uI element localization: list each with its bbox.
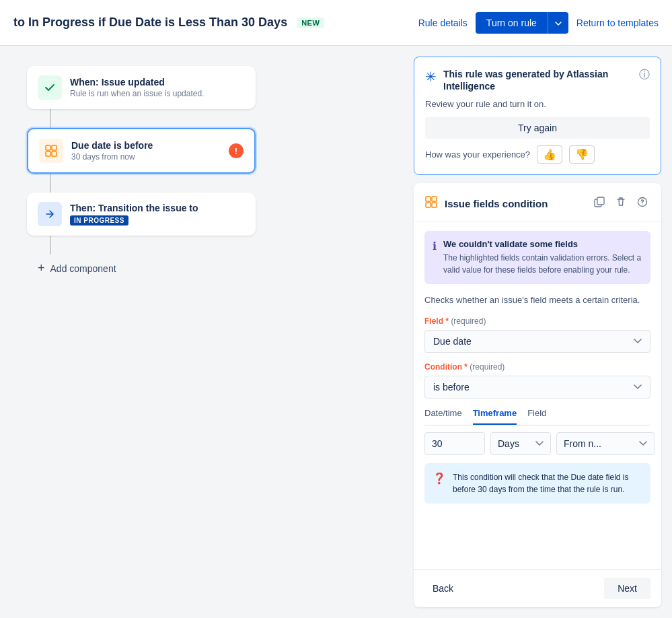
timeframe-from-select[interactable]: From n... From start of day From end of … [556, 432, 655, 455]
validation-error: ℹ We couldn't validate some fields The h… [424, 231, 650, 284]
thumb-up-button[interactable]: 👍 [537, 145, 562, 164]
field-label: Field * (required) [424, 316, 650, 326]
condition-node-text: Due date is before 30 days from now [71, 140, 221, 162]
page-title: to In Progress if Due Date is Less Than … [13, 15, 287, 30]
info-text: This condition will check that the Due d… [453, 471, 642, 495]
condition-header-actions [591, 194, 650, 213]
field-select[interactable]: Due date Created Updated Resolved [424, 330, 650, 353]
validation-content: We couldn't validate some fields The hig… [443, 239, 642, 276]
condition-node-title: Due date is before [71, 140, 221, 151]
svg-point-11 [642, 204, 642, 205]
svg-rect-7 [432, 203, 437, 207]
trigger-node[interactable]: When: Issue updated Rule is run when an … [27, 66, 256, 109]
condition-card: Issue fields condition ℹ [414, 183, 661, 607]
help-button[interactable] [634, 194, 650, 213]
validation-desc: The highlighted fields contain validatio… [443, 252, 642, 276]
condition-select[interactable]: is before is after equals is empty [424, 376, 650, 399]
in-progress-badge: IN PROGRESS [70, 215, 128, 226]
action-node-icon [38, 202, 62, 226]
ai-card-title: This rule was generated by Atlassian Int… [443, 68, 632, 92]
validation-title: We couldn't validate some fields [443, 239, 642, 249]
flow-panel: When: Issue updated Rule is run when an … [0, 46, 403, 618]
back-button[interactable]: Back [424, 578, 461, 599]
warning-badge: ! [229, 143, 244, 158]
trigger-icon [38, 75, 62, 100]
next-button[interactable]: Next [604, 578, 650, 599]
action-node-text: Then: Transition the issue to IN PROGRES… [70, 203, 245, 226]
trigger-subtitle: Rule is run when an issue is updated. [70, 89, 245, 98]
experience-row: How was your experience? 👍 👎 [425, 145, 650, 164]
condition-card-title: Issue fields condition [445, 198, 585, 209]
tab-timeframe[interactable]: Timeframe [473, 408, 517, 425]
validation-warning-icon: ℹ [433, 240, 437, 252]
rule-details-link[interactable]: Rule details [418, 18, 468, 28]
svg-rect-0 [46, 145, 50, 150]
svg-rect-9 [597, 197, 604, 205]
trigger-text: When: Issue updated Rule is run when an … [70, 77, 245, 98]
svg-rect-3 [52, 151, 57, 156]
condition-card-header: Issue fields condition [414, 183, 661, 221]
thumb-down-button[interactable]: 👎 [569, 145, 595, 164]
tab-datetime[interactable]: Date/time [424, 408, 462, 425]
ai-icon: ✳ [425, 69, 437, 85]
ai-card-header: ✳ This rule was generated by Atlassian I… [425, 68, 650, 92]
ai-card-subtitle: Review your rule and turn it on. [425, 99, 650, 109]
info-box: ❓ This condition will check that the Due… [424, 463, 650, 504]
condition-footer: Back Next [414, 569, 661, 607]
right-panel: ✳ This rule was generated by Atlassian I… [403, 46, 672, 618]
action-node-title: Then: Transition the issue to [70, 203, 245, 213]
duplicate-button[interactable] [591, 194, 607, 213]
criteria-description: Checks whether an issue's field meets a … [424, 294, 650, 307]
condition-node-icon [39, 139, 63, 163]
tab-field[interactable]: Field [527, 408, 546, 425]
info-circle-icon: ❓ [433, 472, 446, 485]
condition-header-icon [424, 195, 438, 212]
experience-question: How was your experience? [425, 149, 530, 160]
condition-node-subtitle: 30 days from now [71, 152, 221, 162]
condition-node[interactable]: Due date is before 30 days from now ! [27, 128, 256, 174]
add-component-button[interactable]: + Add component [27, 254, 127, 282]
try-again-button[interactable]: Try again [425, 117, 650, 139]
return-templates-button[interactable]: Return to templates [576, 18, 659, 28]
add-icon: + [38, 261, 45, 275]
svg-rect-6 [426, 203, 431, 207]
svg-rect-1 [52, 145, 57, 150]
header: to In Progress if Due Date is Less Than … [0, 0, 672, 46]
condition-body: ℹ We couldn't validate some fields The h… [414, 221, 661, 569]
connector-1 [50, 109, 51, 128]
ai-card: ✳ This rule was generated by Atlassian I… [414, 57, 661, 175]
status-badge: NEW [297, 18, 324, 28]
caret-down-icon [555, 22, 562, 26]
turn-on-rule-caret[interactable] [548, 12, 568, 34]
svg-rect-2 [46, 151, 50, 156]
add-component-label: Add component [50, 263, 116, 274]
svg-rect-4 [426, 197, 431, 201]
action-node[interactable]: Then: Transition the issue to IN PROGRES… [27, 193, 256, 236]
header-actions: Rule details Turn on rule Return to temp… [418, 12, 659, 34]
delete-button[interactable] [613, 194, 629, 213]
main-content: When: Issue updated Rule is run when an … [0, 46, 672, 618]
timeframe-value-input[interactable] [424, 432, 485, 455]
condition-label: Condition * (required) [424, 362, 650, 372]
timeframe-unit-select[interactable]: Minutes Hours Days Weeks Months [490, 432, 551, 455]
connector-3 [50, 236, 51, 254]
turn-on-rule-group: Turn on rule [476, 12, 568, 34]
connector-2 [50, 174, 51, 193]
trigger-title: When: Issue updated [70, 77, 245, 88]
date-fields-row: Minutes Hours Days Weeks Months From n..… [424, 432, 650, 455]
svg-rect-5 [432, 197, 437, 201]
ai-info-icon[interactable]: ⓘ [639, 68, 650, 82]
turn-on-rule-button[interactable]: Turn on rule [476, 12, 548, 34]
tabs: Date/time Timeframe Field [424, 408, 650, 425]
